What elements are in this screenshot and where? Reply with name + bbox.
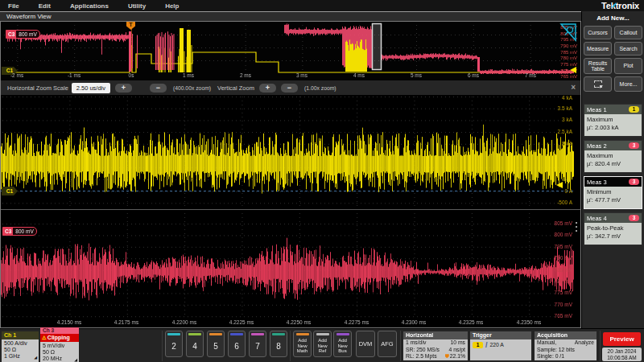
c3-tag: C3 xyxy=(3,228,13,235)
waveform-view-tab[interactable]: Waveform View xyxy=(0,11,581,21)
trigger-panel[interactable]: Trigger 1 / 220 A xyxy=(470,331,531,360)
mv-scale: 780 mV xyxy=(555,278,572,285)
dvm-button[interactable]: DVM xyxy=(356,331,375,357)
main-waveform-canvas[interactable] xyxy=(1,95,574,328)
overview-c3-badge[interactable]: C3 800 mV xyxy=(6,30,40,39)
preview-button[interactable]: Preview xyxy=(603,332,641,346)
mv-scale: 790 mV xyxy=(555,255,572,261)
overview-v-scale: 790 mV xyxy=(560,43,577,49)
overview-x-tick: 3 ms xyxy=(296,72,308,78)
overview-x-tick: 6 ms xyxy=(468,72,479,78)
horizontal-zoom-scale-input[interactable]: 2.50 us/div xyxy=(72,83,110,93)
afg-button[interactable]: AFG xyxy=(378,331,397,357)
mv-scale: 785 mV xyxy=(555,267,572,274)
meas-2-card[interactable]: Meas 23 Maximumµ': 820.4 mV xyxy=(584,140,642,173)
close-zoom-button[interactable]: × xyxy=(571,83,576,92)
mv-scale: 775 mV xyxy=(555,290,572,296)
add-new-ref-button[interactable]: Add New Ref xyxy=(313,331,332,357)
overview-x-tick: 0s xyxy=(129,72,134,78)
waveform-view: Waveform View T C3 800 mV C1 -2 ms -1 ms… xyxy=(0,11,581,328)
meas-stat: Peak-to-Peak xyxy=(587,224,639,232)
ch1-scale: 500 A/div xyxy=(4,340,36,347)
cursors-button[interactable]: Cursors xyxy=(584,26,612,39)
vzoom-increase-button[interactable]: + xyxy=(259,84,276,93)
ch1-settings-badge[interactable]: Ch 1 500 A/div 50 Ω 1 GHz ◢ xyxy=(2,331,39,362)
zoom-overview-icon[interactable] xyxy=(559,23,577,42)
date: 20 Jan 2024 xyxy=(602,348,642,355)
channel-5-button[interactable]: 5 xyxy=(207,331,225,357)
meas-1-card[interactable]: Meas 11 Maximumµ': 2.003 kA xyxy=(584,104,642,137)
channel-2-button[interactable]: 2 xyxy=(165,331,183,357)
datetime-display: 20 Jan 2024 10:06:58 AM xyxy=(602,348,642,361)
trigger-slope-icon: / xyxy=(485,342,488,349)
c3-trace-badge[interactable]: C3 800 mV xyxy=(2,227,37,236)
meas-name: Meas 1 xyxy=(587,106,607,113)
meas-stat: Maximum xyxy=(587,116,639,124)
ch3-bandwidth: 20 MHz xyxy=(43,356,76,362)
amps-scale: 2.5 kA xyxy=(558,129,572,135)
h-window: 10 ms xyxy=(450,339,465,347)
meas-3-card[interactable]: Meas 33 Minimumµ': 477.7 mV xyxy=(584,176,642,209)
c3-scale-value: 800 mV xyxy=(13,228,35,235)
results-table-button[interactable]: Results Table xyxy=(584,58,612,74)
time-tick: 4.2300 ms xyxy=(402,319,426,325)
ch3-impedance: 50 Ω xyxy=(43,349,76,356)
c3-scale-value: 800 mV xyxy=(16,31,39,38)
add-new-math-button[interactable]: Add New Math xyxy=(293,331,312,357)
overview-x-tick: 5 ms xyxy=(411,72,422,78)
callout-button[interactable]: Callout xyxy=(614,26,642,39)
h-trigger-pos: 22.1% xyxy=(445,353,465,360)
add-new-bus-button[interactable]: Add New Bus xyxy=(333,331,352,357)
vzoom-decrease-button[interactable]: − xyxy=(281,84,298,93)
vzoom-label: Vertical Zoom xyxy=(217,84,254,92)
add-new-header: Add New... xyxy=(582,11,644,23)
channel-8-button[interactable]: 8 xyxy=(270,331,287,357)
c1-level-arrow[interactable] xyxy=(556,182,563,188)
acquisition-panel[interactable]: Acquisition Manual,Analyze Sample: 12 bi… xyxy=(535,331,597,360)
channel-6-button[interactable]: 6 xyxy=(228,331,246,357)
panel-drag-handle[interactable] xyxy=(576,222,577,224)
zoom-controls-bar: Horizontal Zoom Scale 2.50 us/div + − (4… xyxy=(0,80,581,95)
ch3-settings-badge[interactable]: Ch 3 ⚠Clipping 5 mV/div 50 Ω 20 MHz ◢ xyxy=(40,327,79,362)
zoom-overview-strip[interactable]: T C3 800 mV C1 -2 ms -1 ms 0s 1 ms 2 ms … xyxy=(0,21,581,80)
trigger-pos-icon xyxy=(445,354,449,358)
tektronix-logo: Tektronix xyxy=(601,1,639,10)
overview-waveform-canvas[interactable] xyxy=(1,22,581,80)
meas-4-card[interactable]: Meas 43 Peak-to-Peakµ': 342.7 mV xyxy=(584,212,642,245)
h-scale: 1 ms/div xyxy=(406,339,426,347)
channel-4-button[interactable]: 4 xyxy=(186,331,204,357)
menu-help[interactable]: Help xyxy=(165,2,179,10)
c1-level-arrow[interactable] xyxy=(570,67,576,73)
channel-7-button[interactable]: 7 xyxy=(249,331,266,357)
c3-tag: C3 xyxy=(6,31,16,38)
measure-button[interactable]: Measure xyxy=(584,42,612,56)
menu-file[interactable]: File xyxy=(8,2,19,10)
time-tick: 4.2275 ms xyxy=(345,319,369,325)
meas-name: Meas 2 xyxy=(587,142,607,150)
search-button[interactable]: Search xyxy=(614,42,642,56)
menu-applications[interactable]: Applications xyxy=(70,2,109,10)
acq-analyze: Analyze xyxy=(575,339,594,347)
hzoom-increase-button[interactable]: + xyxy=(115,84,132,93)
menu-utility[interactable]: Utility xyxy=(128,2,146,10)
zone-button[interactable] xyxy=(584,76,612,92)
horizontal-panel[interactable]: Horizontal 1 ms/div10 ms SR: 250 MS/s4 n… xyxy=(403,331,468,360)
amps-scale: 2 kA xyxy=(562,141,572,147)
mv-scale: 800 mV xyxy=(555,232,572,238)
ch3-scale: 5 mV/div xyxy=(43,343,76,349)
hzoom-factor: (400.00x zoom) xyxy=(173,85,211,91)
hzoom-decrease-button[interactable]: − xyxy=(150,84,167,93)
amps-scale: -500 A xyxy=(557,200,572,206)
time-tick: 4.2150 ms xyxy=(57,319,81,325)
menu-edit[interactable]: Edit xyxy=(39,2,51,10)
results-sidebar: Add New... Cursors Callout Measure Searc… xyxy=(581,11,644,328)
amps-scale: 4 kA xyxy=(562,95,572,101)
plot-button[interactable]: Plot xyxy=(614,58,642,74)
overview-v-scale: 780 mV xyxy=(560,56,577,61)
acq-sample: Sample: 12 bits xyxy=(537,347,594,354)
more-button[interactable]: More... xyxy=(614,76,642,92)
mv-scale: 805 mV xyxy=(555,220,572,227)
separator xyxy=(290,331,291,361)
time-tick: 4.2250 ms xyxy=(287,319,311,325)
main-waveform-area[interactable]: 4 kA 3.5 kA 3 kA 2.5 kA 2 kA 0 A -500 A … xyxy=(0,95,581,328)
